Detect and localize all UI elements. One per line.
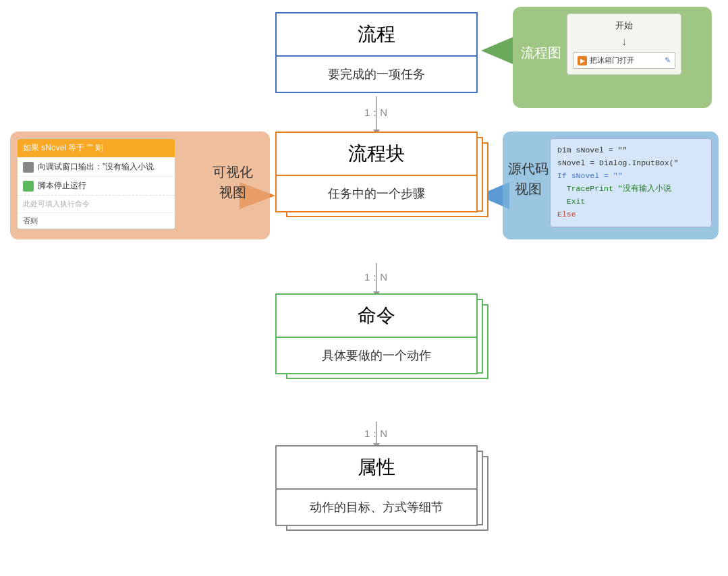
flowchart-label: 流程图 (521, 44, 561, 62)
flowchart-step-row: ▶ 把冰箱门打开 ✎ (573, 52, 675, 69)
command-desc: 具体要做的一个动作 (277, 337, 476, 373)
visual-row-2-text: 脚本停止运行 (38, 180, 86, 192)
code-line-4: TracePrint "没有输入小说 (557, 183, 704, 196)
code-line-1: Dim sNovel = "" (557, 144, 704, 157)
attribute-desc: 动作的目标、方式等细节 (277, 488, 476, 525)
connector-label-2: 1：N (364, 271, 387, 284)
code-line-6: Else (557, 208, 704, 221)
block-title: 流程块 (277, 133, 476, 175)
flowchart-preview-start: 开始 (573, 20, 675, 32)
connector-label-1: 1：N (364, 107, 387, 119)
command-title: 命令 (277, 295, 476, 337)
code-line-2: sNovel = Dialog.InputBox(" (557, 157, 704, 170)
process-box: 流程 要完成的一项任务 (275, 12, 478, 93)
code-line-3: If sNovel = "" (557, 170, 704, 183)
flowchart-arrow-icon: ↓ (573, 36, 675, 48)
attribute-box: 属性 动作的目标、方式等细节 (275, 445, 478, 526)
visual-row-2-icon (23, 181, 34, 192)
code-line-5: Exit (557, 196, 704, 208)
flowchart-play-icon: ▶ (578, 56, 587, 65)
connector-label-3: 1：N (364, 428, 387, 440)
process-title: 流程 (277, 13, 476, 55)
visual-preview-card: 如果 sNovel 等于 "" 则 向调试窗口输出："没有输入小说 脚本停止运行… (17, 138, 175, 229)
visual-label: 可视化 视图 (213, 162, 253, 202)
visual-row-1-icon (23, 162, 34, 173)
visual-row-1: 向调试窗口输出："没有输入小说 (18, 157, 175, 176)
visual-footer: 否则 (18, 212, 175, 229)
code-label: 源代码 视图 (508, 159, 549, 199)
visual-row-2: 脚本停止运行 (18, 176, 175, 195)
attribute-title: 属性 (277, 447, 476, 488)
block-box: 流程块 任务中的一个步骤 (275, 132, 478, 212)
visual-row-1-text: 向调试窗口输出："没有输入小说 (38, 161, 154, 173)
svg-marker-6 (481, 37, 513, 64)
block-desc: 任务中的一个步骤 (277, 175, 476, 211)
process-desc: 要完成的一项任务 (277, 55, 476, 92)
visual-placeholder: 此处可填入执行命令 (18, 195, 175, 212)
flowchart-edit-icon: ✎ (665, 56, 671, 65)
flowchart-preview-card: 开始 ↓ ▶ 把冰箱门打开 ✎ (567, 13, 681, 75)
flowchart-step-label: 把冰箱门打开 (590, 55, 634, 65)
command-box: 命令 具体要做的一个动作 (275, 293, 478, 374)
diagram-container: 流程 要完成的一项任务 1：N x x x x 流程块 任务中的一个步骤 1：N… (0, 0, 728, 576)
visual-header: 如果 sNovel 等于 "" 则 (18, 139, 175, 157)
code-preview-card: Dim sNovel = "" sNovel = Dialog.InputBox… (550, 138, 712, 227)
